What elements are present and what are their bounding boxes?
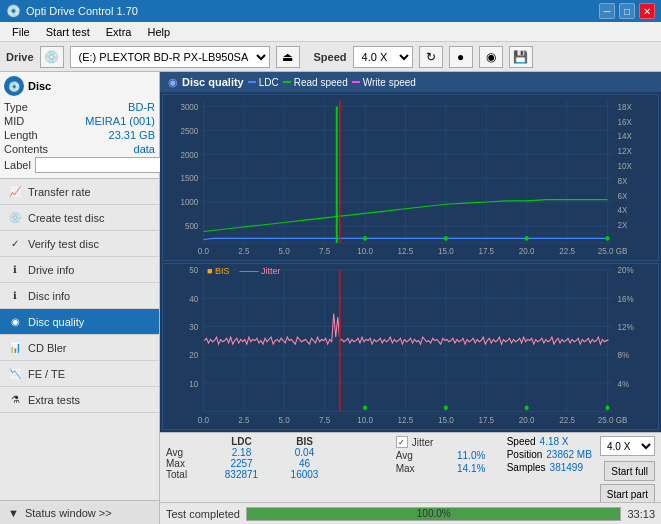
position-label: Position (507, 449, 543, 460)
chart-header: ◉ Disc quality LDC Read speed Write spee… (160, 72, 661, 92)
svg-text:7.5: 7.5 (319, 415, 330, 426)
disc-button1[interactable]: ● (449, 46, 473, 68)
svg-text:20.0: 20.0 (519, 246, 535, 257)
legend-read-speed: Read speed (283, 77, 348, 88)
svg-point-47 (363, 236, 367, 241)
menu-start-test[interactable]: Start test (38, 25, 98, 39)
stats-max-bis: 46 (277, 458, 332, 469)
status-window-button[interactable]: ▼ Status window >> (0, 500, 159, 524)
stats-avg-ldc: 2.18 (214, 447, 269, 458)
transfer-rate-icon: 📈 (8, 185, 22, 199)
disc-label-input[interactable] (35, 157, 168, 173)
svg-text:0.0: 0.0 (198, 246, 209, 257)
svg-text:20: 20 (189, 350, 198, 361)
create-disc-icon: 💿 (8, 211, 22, 225)
speed-value: 4.18 X (540, 436, 569, 447)
nav-verify-test-disc[interactable]: ✓ Verify test disc (0, 231, 159, 257)
maximize-button[interactable]: □ (619, 3, 635, 19)
disc-mid-label: MID (4, 115, 24, 127)
svg-text:2.5: 2.5 (238, 246, 249, 257)
title-bar: 💿 Opti Drive Control 1.70 ─ □ ✕ (0, 0, 661, 22)
nav-create-test-disc[interactable]: 💿 Create test disc (0, 205, 159, 231)
svg-text:12X: 12X (618, 146, 633, 157)
svg-text:12.5: 12.5 (398, 246, 414, 257)
close-button[interactable]: ✕ (639, 3, 655, 19)
stats-bar: LDC BIS Avg 2.18 0.04 Max 2257 46 Total … (160, 432, 661, 502)
svg-rect-51 (163, 264, 658, 429)
nav-transfer-rate[interactable]: 📈 Transfer rate (0, 179, 159, 205)
svg-text:1000: 1000 (180, 197, 198, 208)
svg-text:10X: 10X (618, 161, 633, 172)
stats-avg-bis: 0.04 (277, 447, 332, 458)
nav-fe-te[interactable]: 📉 FE / TE (0, 361, 159, 387)
right-content: ◉ Disc quality LDC Read speed Write spee… (160, 72, 661, 524)
speed-label: Speed (314, 51, 347, 63)
app-title: Opti Drive Control 1.70 (26, 5, 138, 17)
nav-drive-info[interactable]: ℹ Drive info (0, 257, 159, 283)
progress-bar: 100.0% (246, 507, 621, 521)
svg-text:10: 10 (189, 378, 198, 389)
nav-disc-quality[interactable]: ◉ Disc quality (0, 309, 159, 335)
speed-label-text: Speed (507, 436, 536, 447)
minimize-button[interactable]: ─ (599, 3, 615, 19)
verify-disc-icon: ✓ (8, 237, 22, 251)
drive-label: Drive (6, 51, 34, 63)
speed-section: Speed 4.18 X Position 23862 MB Samples 3… (507, 436, 592, 473)
samples-value: 381499 (550, 462, 583, 473)
disc-type-label: Type (4, 101, 28, 113)
svg-text:2000: 2000 (180, 149, 198, 160)
svg-text:8%: 8% (618, 350, 630, 361)
disc-panel-title: Disc (28, 80, 51, 92)
window-controls: ─ □ ✕ (599, 3, 655, 19)
charts-area: 3000 2500 2000 1500 1000 500 18X 16X 14X… (160, 92, 661, 432)
nav-extra-tests[interactable]: ⚗ Extra tests (0, 387, 159, 413)
eject-button[interactable]: ⏏ (276, 46, 300, 68)
jitter-checkbox[interactable]: ✓ (396, 436, 408, 448)
extra-tests-icon: ⚗ (8, 393, 22, 407)
svg-point-93 (525, 405, 529, 410)
jitter-max-label: Max (396, 463, 436, 474)
svg-text:18X: 18X (618, 101, 633, 112)
svg-text:5.0: 5.0 (279, 246, 290, 257)
start-part-button[interactable]: Start part (600, 484, 655, 504)
svg-text:20.0: 20.0 (519, 415, 535, 426)
refresh-button[interactable]: ↻ (419, 46, 443, 68)
disc-length-label: Length (4, 129, 38, 141)
disc-contents-label: Contents (4, 143, 48, 155)
svg-text:40: 40 (189, 293, 198, 304)
svg-text:14X: 14X (618, 131, 633, 142)
samples-label: Samples (507, 462, 546, 473)
svg-point-94 (605, 405, 609, 410)
chart-ldc-svg: 3000 2500 2000 1500 1000 500 18X 16X 14X… (163, 95, 658, 260)
menu-extra[interactable]: Extra (98, 25, 140, 39)
nav-cd-bler[interactable]: 📊 CD Bler (0, 335, 159, 361)
save-button[interactable]: 💾 (509, 46, 533, 68)
stats-total-label: Total (166, 469, 206, 480)
speed-select[interactable]: 4.0 X (353, 46, 413, 68)
svg-point-48 (444, 236, 448, 241)
disc-mid-value: MEIRA1 (001) (85, 115, 155, 127)
sidebar: 💿 Disc Type BD-R MID MEIRA1 (001) Length… (0, 72, 160, 524)
stats-avg-label: Avg (166, 447, 206, 458)
position-value: 23862 MB (546, 449, 592, 460)
svg-text:16%: 16% (618, 293, 634, 304)
speed-selector[interactable]: 4.0 X (600, 436, 655, 456)
ldc-color (248, 81, 256, 83)
svg-text:20%: 20% (618, 265, 634, 276)
disc-quality-icon: ◉ (8, 315, 22, 329)
disc-button2[interactable]: ◉ (479, 46, 503, 68)
nav-disc-info[interactable]: ℹ Disc info (0, 283, 159, 309)
disc-panel: 💿 Disc Type BD-R MID MEIRA1 (001) Length… (0, 72, 159, 179)
menu-help[interactable]: Help (139, 25, 178, 39)
read-speed-color (283, 81, 291, 83)
drive-select[interactable]: (E:) PLEXTOR BD-R PX-LB950SA 1.06 (70, 46, 270, 68)
stats-ldc-header: LDC (214, 436, 269, 447)
jitter-section: ✓ Jitter Avg 11.0% Max 14.1% (396, 436, 499, 474)
start-full-button[interactable]: Start full (604, 461, 655, 481)
menu-file[interactable]: File (4, 25, 38, 39)
svg-text:8X: 8X (618, 175, 628, 186)
fe-te-icon: 📉 (8, 367, 22, 381)
app-icon: 💿 (6, 4, 21, 18)
svg-point-92 (444, 405, 448, 410)
svg-point-49 (525, 236, 529, 241)
